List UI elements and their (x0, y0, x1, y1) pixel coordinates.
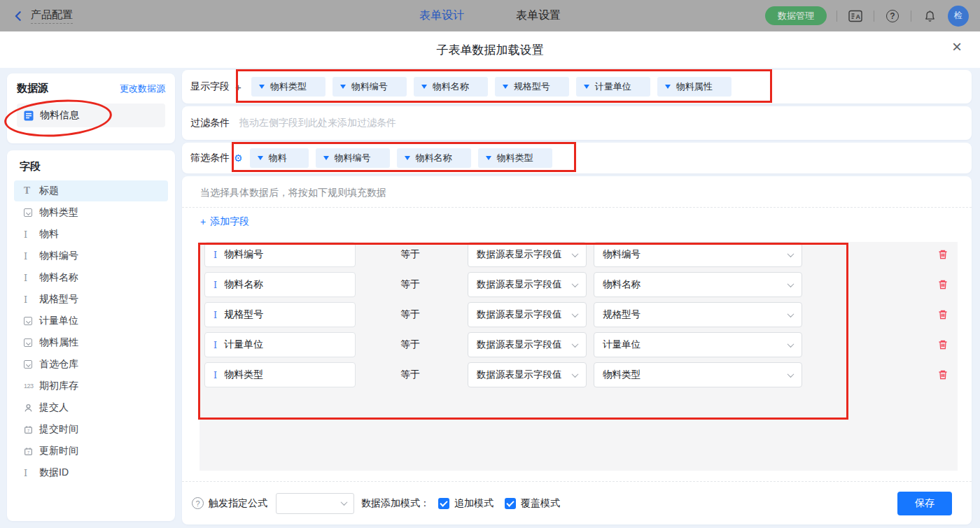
translate-icon[interactable]: A (847, 8, 864, 24)
data-manage-button[interactable]: 数据管理 (765, 6, 827, 25)
field-item-label: 物料属性 (39, 336, 78, 349)
field-item-material-name[interactable]: I 物料名称 (14, 267, 168, 288)
source-type-dropdown[interactable]: 数据源表显示字段值 (468, 362, 587, 387)
source-field-dropdown[interactable]: 物料类型 (594, 362, 802, 387)
equals-label: 等于 (400, 338, 420, 351)
field-item-material-code[interactable]: I 物料编号 (14, 245, 168, 266)
field-item-unit[interactable]: 计量单位 (14, 311, 168, 331)
delete-rule-icon[interactable] (937, 279, 948, 290)
field-item-label: 首选仓库 (39, 358, 78, 371)
field-item-initial-stock[interactable]: 123 期初库存 (14, 376, 168, 397)
document-icon (24, 110, 34, 121)
help-icon[interactable]: ? (884, 8, 901, 24)
field-item-update-time[interactable]: 7 更新时间 (14, 441, 168, 462)
equals-label: 等于 (400, 248, 420, 261)
delete-rule-icon[interactable] (937, 369, 948, 380)
display-tag[interactable]: 物料类型 (251, 77, 326, 97)
add-field-button[interactable]: + 添加字段 (200, 215, 249, 228)
filter-condition-row[interactable]: 过滤条件 拖动左侧字段到此处来添加过滤条件 (182, 106, 972, 140)
delete-rule-icon[interactable] (937, 339, 948, 350)
source-type-dropdown[interactable]: 数据源表显示字段值 (468, 302, 587, 327)
datasource-title: 数据源 (17, 82, 48, 95)
field-item-label: 物料名称 (39, 271, 78, 284)
display-tag[interactable]: 计量单位 (576, 77, 650, 97)
source-type-dropdown[interactable]: 数据源表显示字段值 (468, 332, 587, 357)
append-mode-label: 追加模式 (454, 497, 493, 510)
dropdown-triangle-icon (584, 85, 589, 89)
fields-title: 字段 (20, 160, 168, 173)
dropdown-triangle-icon (340, 85, 346, 89)
title-field-icon: T (24, 186, 39, 196)
filter-condition-label: 过滤条件 (190, 117, 230, 129)
source-field-dropdown[interactable]: 计量单位 (594, 332, 802, 357)
dropdown-triangle-icon (665, 85, 671, 89)
dropdown-triangle-icon (258, 156, 263, 160)
field-item-submit-time[interactable]: 7 提交时间 (14, 419, 168, 440)
rule-row: I计量单位 等于 数据源表显示字段值 计量单位 (204, 332, 958, 357)
topbar-actions: 数据管理 A ? 检 (765, 0, 969, 31)
bell-icon[interactable] (921, 8, 938, 24)
fill-rules-card: 当选择具体数据后，将按如下规则填充数据 + 添加字段 I物料编号 等于 数据源表… (182, 176, 972, 525)
formula-select[interactable] (276, 493, 354, 514)
delete-rule-icon[interactable] (937, 309, 948, 320)
datasource-item[interactable]: 物料信息 (17, 104, 165, 127)
field-item-title[interactable]: T 标题 (14, 180, 168, 201)
delete-rule-icon[interactable] (937, 249, 948, 260)
save-button[interactable]: 保存 (897, 492, 952, 515)
number-field-icon: 123 (24, 383, 39, 390)
rule-field-box[interactable]: I规格型号 (204, 302, 356, 327)
rule-row: I物料类型 等于 数据源表显示字段值 物料类型 (204, 362, 958, 387)
field-item-material[interactable]: I 物料 (14, 224, 168, 245)
rule-field-box[interactable]: I物料编号 (204, 242, 356, 267)
display-tag[interactable]: 物料属性 (657, 77, 732, 97)
source-type-dropdown[interactable]: 数据源表显示字段值 (468, 242, 587, 267)
display-tag[interactable]: 物料编号 (332, 77, 407, 97)
filter-settings-gear-icon[interactable]: ⚙ (234, 152, 243, 164)
chevron-down-icon (788, 250, 794, 257)
display-tag[interactable]: 物料名称 (414, 77, 488, 97)
display-field-tags: 物料类型 物料编号 物料名称 规格型号 计量单位 物料属性 (251, 77, 732, 97)
display-tag[interactable]: 规格型号 (495, 77, 569, 97)
field-item-data-id[interactable]: I 数据ID (14, 462, 168, 483)
tab-form-settings[interactable]: 表单设置 (516, 8, 561, 23)
source-field-dropdown[interactable]: 物料名称 (594, 272, 802, 297)
screen-tag[interactable]: 物料编号 (316, 148, 390, 168)
close-icon[interactable]: × (952, 38, 962, 55)
tab-form-design[interactable]: 表单设计 (419, 8, 464, 23)
overwrite-mode-checkbox[interactable] (505, 498, 516, 509)
field-item-preferred-warehouse[interactable]: 首选仓库 (14, 354, 168, 375)
dropdown-triangle-icon (405, 156, 410, 160)
svg-text:7: 7 (27, 428, 29, 432)
field-item-submitter[interactable]: 提交人 (14, 397, 168, 418)
rules-panel: I物料编号 等于 数据源表显示字段值 物料编号 I物料名称 等于 数据源表显示字… (200, 242, 958, 471)
rule-field-box[interactable]: I计量单位 (204, 332, 356, 357)
field-item-material-attr[interactable]: 物料属性 (14, 332, 168, 353)
screen-tag[interactable]: 物料名称 (397, 148, 471, 168)
rule-field-box[interactable]: I物料类型 (204, 362, 356, 387)
field-item-spec-model[interactable]: I 规格型号 (14, 289, 168, 310)
rule-row: I物料编号 等于 数据源表显示字段值 物料编号 (204, 242, 958, 267)
add-display-field-icon[interactable]: + (235, 81, 241, 93)
help-icon[interactable]: ? (192, 497, 204, 509)
field-item-material-type[interactable]: 物料类型 (14, 202, 168, 223)
dropdown-triangle-icon (421, 85, 427, 89)
field-item-label: 物料类型 (39, 206, 78, 219)
text-field-icon: I (214, 340, 217, 350)
divider (911, 10, 911, 22)
source-field-dropdown[interactable]: 物料编号 (594, 242, 802, 267)
field-item-label: 更新时间 (39, 445, 78, 457)
change-datasource-link[interactable]: 更改数据源 (120, 83, 165, 95)
field-item-label: 数据ID (39, 466, 69, 479)
source-field-dropdown[interactable]: 规格型号 (594, 302, 802, 327)
select-field-icon (24, 338, 39, 347)
screen-tag[interactable]: 物料类型 (478, 148, 552, 168)
rule-field-box[interactable]: I物料名称 (204, 272, 356, 297)
chevron-down-icon (788, 341, 794, 348)
display-fields-row: 显示字段 + 物料类型 物料编号 物料名称 规格型号 计量单位 物料属性 (182, 70, 972, 104)
field-item-label: 提交时间 (39, 423, 78, 436)
avatar[interactable]: 检 (948, 6, 969, 27)
screen-tag[interactable]: 物料 (250, 148, 309, 168)
equals-label: 等于 (400, 308, 420, 321)
append-mode-checkbox[interactable] (438, 498, 449, 509)
source-type-dropdown[interactable]: 数据源表显示字段值 (468, 272, 587, 297)
